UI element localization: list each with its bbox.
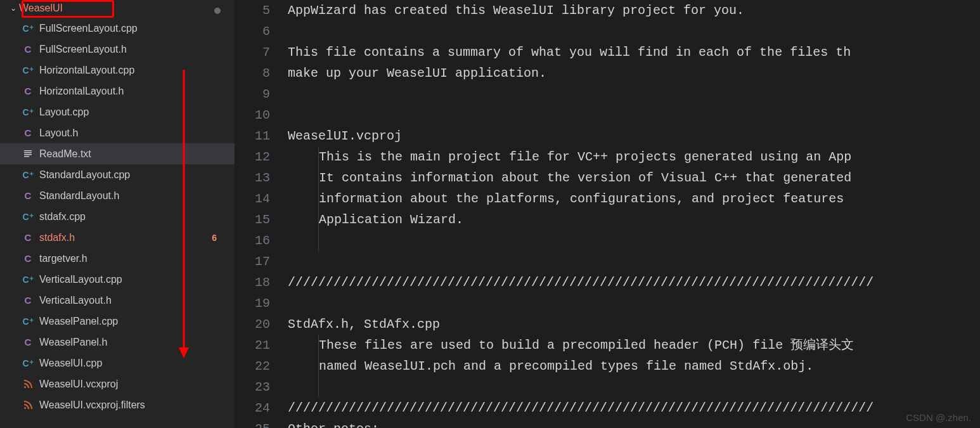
line-number: 5 [235,0,270,21]
line-number: 18 [235,272,270,293]
line-number: 13 [235,167,270,188]
file-item[interactable]: C⁺Layout.cpp [0,101,235,122]
rss-file-icon [22,378,34,391]
file-item[interactable]: CStandardLayout.h [0,185,235,206]
file-item[interactable]: CVerticalLayout.h [0,290,235,311]
code-line [288,377,980,398]
cpp-file-icon: C⁺ [22,106,34,119]
svg-point-5 [24,407,26,409]
file-name-label: WeaselUI.vcxproj.filters [39,399,145,411]
file-name-label: Layout.h [39,127,78,139]
line-number: 9 [235,84,270,105]
code-content-area[interactable]: AppWizard has created this WeaselUI libr… [288,0,980,428]
code-line: This is the main project file for VC++ p… [288,146,980,167]
rss-file-icon [22,399,34,412]
chevron-down-icon: ⌄ [10,4,16,13]
svg-rect-1 [24,152,32,153]
file-name-label: StandardLayout.cpp [39,169,130,181]
modified-indicator-icon [214,8,221,14]
file-name-label: StandardLayout.h [39,190,119,202]
file-item[interactable]: C⁺VerticalLayout.cpp [0,269,235,290]
c-file-icon: C [22,190,34,202]
line-number: 25 [235,418,270,428]
file-item[interactable]: C⁺WeaselPanel.cpp [0,311,235,332]
code-line: Other notes: [288,418,980,428]
file-name-label: Layout.cpp [39,107,89,118]
line-number: 15 [235,209,270,230]
code-line: This file contains a summary of what you… [288,42,980,63]
file-name-label: WeaselPanel.h [39,337,107,348]
file-name-label: VerticalLayout.cpp [39,274,122,285]
svg-point-4 [24,386,26,388]
code-line: named WeaselUI.pch and a precompiled typ… [288,356,980,377]
file-name-label: ReadMe.txt [39,148,91,160]
file-item[interactable]: C⁺WeaselUI.cpp [0,353,235,373]
svg-rect-2 [24,154,32,155]
file-item[interactable]: CFullScreenLayout.h [0,39,235,60]
file-item[interactable]: Ctargetver.h [0,248,235,269]
folder-header[interactable]: ⌄ WeaselUI [0,0,235,16]
code-line: AppWizard has created this WeaselUI libr… [288,0,980,21]
cpp-file-icon: C⁺ [22,64,34,77]
file-item[interactable]: WeaselUI.vcxproj [0,373,235,394]
code-line: information about the platforms, configu… [288,188,980,209]
code-line: Application Wizard. [288,209,980,230]
line-number: 10 [235,105,270,126]
code-line [288,84,980,105]
line-number: 16 [235,230,270,251]
file-item[interactable]: Cstdafx.h6 [0,227,235,248]
c-file-icon: C [22,43,34,56]
file-error-badge: 6 [212,233,217,243]
c-file-icon: C [22,294,34,307]
file-name-label: FullScreenLayout.cpp [39,23,138,34]
file-item[interactable]: WeaselUI.vcxproj.filters [0,394,235,415]
file-item[interactable]: C⁺FullScreenLayout.cpp [0,18,235,39]
c-file-icon: C [22,85,34,98]
cpp-file-icon: C⁺ [22,22,34,35]
line-number: 23 [235,377,270,398]
line-number: 14 [235,188,270,209]
c-file-icon: C [22,252,34,265]
line-number: 17 [235,251,270,272]
file-name-label: VerticalLayout.h [39,295,112,306]
file-item[interactable]: C⁺StandardLayout.cpp [0,164,235,185]
code-line [288,293,980,314]
file-name-label: stdafx.h [39,232,75,243]
cpp-file-icon: C⁺ [22,315,34,328]
line-number: 21 [235,335,270,356]
code-line [288,21,980,42]
code-line: ////////////////////////////////////////… [288,398,980,418]
cpp-file-icon: C⁺ [22,357,34,370]
code-line [288,230,980,251]
line-number: 8 [235,63,270,84]
file-list: C⁺FullScreenLayout.cppCFullScreenLayout.… [0,16,235,415]
line-number: 19 [235,293,270,314]
code-line [288,251,980,272]
line-number: 11 [235,126,270,146]
file-name-label: HorizontalLayout.cpp [39,65,134,76]
file-item[interactable]: C⁺HorizontalLayout.cpp [0,60,235,81]
file-item[interactable]: CLayout.h [0,122,235,143]
folder-name: WeaselUI [19,3,63,14]
c-file-icon: C [22,336,34,349]
line-number: 22 [235,356,270,377]
file-name-label: FullScreenLayout.h [39,44,127,55]
file-item[interactable]: C⁺stdafx.cpp [0,206,235,227]
file-item[interactable]: CWeaselPanel.h [0,332,235,353]
cpp-file-icon: C⁺ [22,211,34,223]
file-name-label: WeaselPanel.cpp [39,316,118,327]
line-number-gutter: 5678910111213141516171819202122232425 [235,0,288,428]
svg-rect-0 [24,150,32,152]
cpp-file-icon: C⁺ [22,273,34,286]
code-line: WeaselUI.vcproj [288,126,980,146]
svg-rect-3 [24,156,29,157]
file-item[interactable]: CHorizontalLayout.h [0,81,235,101]
file-name-label: WeaselUI.vcxproj [39,379,118,390]
file-explorer-sidebar: ⌄ WeaselUI C⁺FullScreenLayout.cppCFullSc… [0,0,235,428]
code-editor[interactable]: 5678910111213141516171819202122232425 Ap… [235,0,980,428]
file-name-label: HorizontalLayout.h [39,86,124,97]
file-item[interactable]: ReadMe.txt [0,143,235,164]
line-number: 6 [235,21,270,42]
txt-file-icon [22,148,34,160]
code-line: ////////////////////////////////////////… [288,272,980,293]
